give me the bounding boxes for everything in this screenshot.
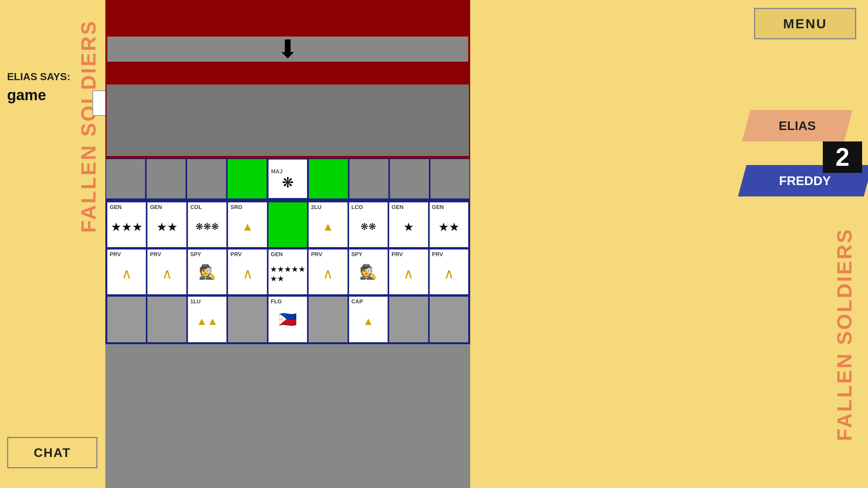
player-cell-r1c5[interactable]: 2LU ▲ — [308, 202, 348, 248]
rank-label-r2c5: PRV — [311, 251, 322, 257]
player-cell-r3c8 — [429, 296, 469, 343]
mid-cell-2 — [186, 158, 227, 199]
left-panel: FALLEN SOLDIERS ELIAS SAYS: game CHAT — [0, 0, 105, 488]
rank-icon-r2c1: ∧ — [162, 266, 172, 282]
rank-label-r1c3: SRG — [230, 204, 242, 210]
player-cell-r2c3[interactable]: PRV ∧ — [227, 249, 267, 295]
player-cell-r3c5 — [308, 296, 348, 343]
rank-icon-r3c2: ▲▲ — [196, 315, 218, 328]
player-cell-r2c0[interactable]: PRV ∧ — [107, 249, 147, 295]
player-cell-r2c7[interactable]: PRV ∧ — [388, 249, 428, 295]
rank-icon-r1c0: ★★★ — [111, 220, 143, 234]
player-cell-r2c4[interactable]: GEN ★★★★★★★ — [268, 249, 308, 295]
mid-cell-1 — [146, 158, 186, 199]
mid-cell-8 — [430, 158, 470, 199]
player-cell-r1c3[interactable]: SRG ▲ — [227, 202, 267, 248]
rank-label-r2c7: PRV — [392, 251, 403, 257]
top-cell-r3c8 — [107, 83, 469, 84]
rank-label-r3c6: CAP — [351, 298, 363, 305]
player-cell-r1c7[interactable]: GEN ★ — [388, 202, 428, 248]
elias-says-label: ELIAS SAYS: — [7, 71, 97, 83]
score-display: 2 — [823, 141, 862, 173]
flag-icon-r3c4: 🇵🇭 — [278, 311, 297, 328]
rank-icon-r2c0: ∧ — [121, 266, 132, 282]
player-grid-1: GEN ★★★ GEN ★★ COL ❋❋❋ SRG ▲ 2LU ▲ LCO — [107, 202, 469, 249]
player-cell-r2c6-spy[interactable]: SPY 🕵 — [348, 249, 388, 295]
player-cell-r2c8[interactable]: PRV ∧ — [429, 249, 469, 295]
player-cell-r1c4-green[interactable] — [268, 202, 308, 248]
freddy-banner-text: FREDDY — [779, 174, 831, 188]
rank-label-r2c0: PRV — [110, 251, 121, 257]
rank-label-r3c2: 1LU — [190, 298, 200, 305]
right-panel: MENU ELIAS 2 FREDDY FALLEN SOLDIERS — [470, 0, 868, 488]
player-grid-3: 1LU ▲▲ FLG 🇵🇭 CAP ▲ — [107, 296, 469, 343]
arrow-down-icon: ⬇ — [277, 37, 298, 62]
top-cell-r3c4-target[interactable] — [107, 75, 469, 78]
rank-icon-r2c5: ∧ — [323, 266, 333, 282]
rank-icon-r1c1: ★★ — [156, 220, 178, 234]
rank-label-r1c7: GEN — [392, 204, 403, 210]
elias-message: game — [7, 87, 97, 104]
rank-label-r2c3: PRV — [230, 251, 242, 257]
elias-banner-text: ELIAS — [779, 119, 816, 133]
player-cell-r3c2-1lu[interactable]: 1LU ▲▲ — [187, 296, 227, 343]
rank-label-r2c2: SPY — [190, 251, 201, 257]
rank-label-r1c6: LCO — [351, 204, 363, 210]
rank-icon-r1c2: ❋❋❋ — [195, 221, 219, 232]
rank-icon-r3c6: ▲ — [363, 315, 374, 328]
player-cell-r1c8[interactable]: GEN ★★ — [429, 202, 469, 248]
player-cell-r3c3 — [227, 296, 267, 343]
rank-icon-r2c3: ∧ — [243, 266, 253, 282]
player-cell-r2c1[interactable]: PRV ∧ — [147, 249, 187, 295]
player-cell-r3c7 — [388, 296, 428, 343]
rank-label-r1c0: GEN — [110, 204, 121, 210]
player-cell-r3c1 — [147, 296, 187, 343]
chat-area: ELIAS SAYS: game — [7, 71, 97, 104]
rank-label-r3c4: FLG — [271, 298, 282, 305]
game-board: ⬇ MAJ ❋ GEN — [105, 0, 470, 488]
rank-icon-r2c7: ∧ — [403, 266, 414, 282]
rank-label-r1c8: GEN — [432, 204, 444, 210]
rank-icon-r1c8: ★★ — [438, 220, 460, 234]
rank-icon-r1c5: ▲ — [322, 220, 334, 233]
middle-area: MAJ ❋ — [105, 157, 470, 200]
mid-maj-icon: ❋ — [282, 174, 294, 191]
fallen-soldiers-right-label: FALLEN SOLDIERS — [833, 228, 856, 441]
mid-maj-label: MAJ — [271, 168, 283, 174]
mid-cell-0 — [105, 158, 146, 199]
bottom-area: GEN ★★★ GEN ★★ COL ❋❋❋ SRG ▲ 2LU ▲ LCO — [105, 200, 470, 344]
spy-icon-r2c6: 🕵 — [359, 264, 377, 280]
player-cell-r1c2[interactable]: COL ❋❋❋ — [187, 202, 227, 248]
spy-icon-r2c2: 🕵 — [199, 264, 216, 280]
rank-icon-r1c7: ★ — [403, 220, 414, 234]
player-cell-r3c6-cap[interactable]: CAP ▲ — [348, 296, 388, 343]
mid-cell-3-green[interactable] — [227, 158, 267, 199]
top-grid: ⬇ — [105, 0, 470, 157]
mid-cell-6 — [349, 158, 389, 199]
rank-icon-r1c6: ❋❋ — [360, 221, 376, 232]
rank-icon-r1c3: ▲ — [242, 220, 254, 233]
rank-label-r2c8: PRV — [432, 251, 443, 257]
player-cell-r1c1[interactable]: GEN ★★ — [147, 202, 187, 248]
mid-cell-4-maj[interactable]: MAJ ❋ — [267, 158, 308, 199]
fallen-soldiers-left-label: FALLEN SOLDIERS — [77, 20, 100, 233]
chat-button[interactable]: CHAT — [7, 437, 97, 468]
player-cell-r1c0[interactable]: GEN ★★★ — [107, 202, 147, 248]
rank-label-r2c1: PRV — [150, 251, 161, 257]
rank-label-r2c6: SPY — [351, 251, 362, 257]
player-cell-r3c4-flag[interactable]: FLG 🇵🇭 — [268, 296, 308, 343]
menu-button[interactable]: MENU — [754, 8, 856, 39]
player-cell-r3c0 — [107, 296, 147, 343]
rank-icon-r2c4: ★★★★★★★ — [270, 264, 305, 283]
rank-label-r2c4: GEN — [271, 251, 283, 257]
rank-label-r1c2: COL — [190, 204, 202, 210]
elias-banner: ELIAS — [742, 110, 852, 141]
player-cell-r2c2-spy[interactable]: SPY 🕵 — [187, 249, 227, 295]
rank-label-r1c5: 2LU — [311, 204, 321, 210]
rank-icon-r2c8: ∧ — [444, 266, 454, 282]
player-cell-r1c6[interactable]: LCO ❋❋ — [348, 202, 388, 248]
player-cell-r2c5[interactable]: PRV ∧ — [308, 249, 348, 295]
top-cell-r2c4-arrow: ⬇ — [107, 36, 469, 62]
mid-cell-5-green[interactable] — [308, 158, 349, 199]
mid-cell-7 — [389, 158, 430, 199]
